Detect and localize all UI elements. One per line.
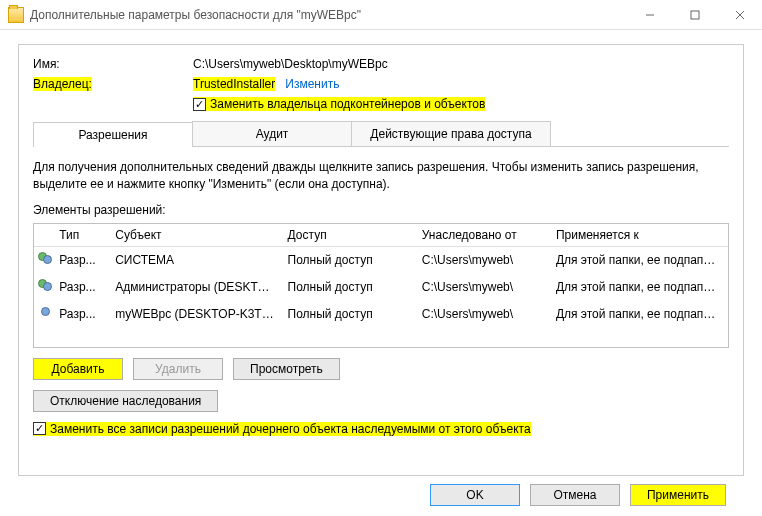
permission-buttons: Добавить Удалить Просмотреть — [33, 358, 729, 380]
permissions-list-label: Элементы разрешений: — [33, 203, 729, 217]
col-applies[interactable]: Применяется к — [550, 224, 728, 246]
name-label: Имя: — [33, 57, 193, 71]
svg-rect-1 — [691, 11, 699, 19]
replace-child-row: Заменить все записи разрешений дочернего… — [33, 422, 729, 436]
table-row[interactable]: Разр...myWEBpc (DESKTOP-K3T25N...Полный … — [34, 301, 728, 328]
table-row[interactable]: Разр...Администраторы (DESKTOP-...Полный… — [34, 274, 728, 301]
add-button[interactable]: Добавить — [33, 358, 123, 380]
tabs: Разрешения Аудит Действующие права досту… — [33, 121, 729, 147]
view-button[interactable]: Просмотреть — [233, 358, 340, 380]
replace-owner-row: Заменить владельца подконтейнеров и объе… — [193, 97, 729, 111]
disable-inheritance-button[interactable]: Отключение наследования — [33, 390, 218, 412]
owner-row: Владелец: TrustedInstaller Изменить — [33, 77, 729, 91]
cell-applies: Для этой папки, ее подпапок ... — [550, 305, 728, 323]
ok-button[interactable]: OK — [430, 484, 520, 506]
cell-applies: Для этой папки, ее подпапок ... — [550, 251, 728, 269]
table-row[interactable]: Разр...СИСТЕМАПолный доступC:\Users\mywe… — [34, 247, 728, 274]
owner-value: TrustedInstaller — [193, 77, 275, 91]
table-header: Тип Субъект Доступ Унаследовано от Приме… — [34, 224, 728, 247]
owner-label: Владелец: — [33, 77, 92, 91]
name-row: Имя: C:\Users\myweb\Desktop\myWEBpc — [33, 57, 729, 71]
cell-type: Разр... — [53, 278, 109, 296]
window-buttons — [627, 0, 762, 29]
principal-icon — [38, 251, 53, 267]
tab-effective-access[interactable]: Действующие права доступа — [351, 121, 551, 146]
cell-type: Разр... — [53, 305, 109, 323]
col-subject[interactable]: Субъект — [109, 224, 281, 246]
tab-audit[interactable]: Аудит — [192, 121, 352, 146]
minimize-button[interactable] — [627, 0, 672, 29]
titlebar: Дополнительные параметры безопасности дл… — [0, 0, 762, 30]
cell-subject: myWEBpc (DESKTOP-K3T25N... — [109, 305, 281, 323]
cell-applies: Для этой папки, ее подпапок ... — [550, 278, 728, 296]
tab-permissions[interactable]: Разрешения — [33, 122, 193, 147]
cell-inherited: C:\Users\myweb\ — [416, 305, 550, 323]
footer-buttons: OK Отмена Применить — [18, 476, 744, 506]
name-value: C:\Users\myweb\Desktop\myWEBpc — [193, 57, 388, 71]
col-access[interactable]: Доступ — [282, 224, 416, 246]
maximize-button[interactable] — [672, 0, 717, 29]
principal-icon — [38, 278, 53, 294]
content: Имя: C:\Users\myweb\Desktop\myWEBpc Влад… — [0, 30, 762, 516]
owner-change-link[interactable]: Изменить — [285, 77, 339, 91]
replace-owner-checkbox[interactable] — [193, 98, 206, 111]
remove-button[interactable]: Удалить — [133, 358, 223, 380]
col-type[interactable]: Тип — [53, 224, 109, 246]
cell-access: Полный доступ — [282, 305, 416, 323]
cell-inherited: C:\Users\myweb\ — [416, 278, 550, 296]
window-title: Дополнительные параметры безопасности дл… — [30, 8, 627, 22]
replace-owner-label: Заменить владельца подконтейнеров и объе… — [210, 97, 485, 111]
permissions-table: Тип Субъект Доступ Унаследовано от Приме… — [33, 223, 729, 348]
principal-icon — [38, 305, 53, 321]
cell-access: Полный доступ — [282, 251, 416, 269]
replace-child-label: Заменить все записи разрешений дочернего… — [50, 422, 531, 436]
cell-access: Полный доступ — [282, 278, 416, 296]
close-button[interactable] — [717, 0, 762, 29]
cell-subject: СИСТЕМА — [109, 251, 281, 269]
replace-child-checkbox[interactable] — [33, 422, 46, 435]
table-body: Разр...СИСТЕМАПолный доступC:\Users\mywe… — [34, 247, 728, 328]
cell-subject: Администраторы (DESKTOP-... — [109, 278, 281, 296]
col-inherited[interactable]: Унаследовано от — [416, 224, 550, 246]
inner-frame: Имя: C:\Users\myweb\Desktop\myWEBpc Влад… — [18, 44, 744, 476]
folder-icon — [8, 7, 24, 23]
cell-type: Разр... — [53, 251, 109, 269]
apply-button[interactable]: Применить — [630, 484, 726, 506]
cancel-button[interactable]: Отмена — [530, 484, 620, 506]
cell-inherited: C:\Users\myweb\ — [416, 251, 550, 269]
description: Для получения дополнительных сведений дв… — [33, 159, 729, 193]
